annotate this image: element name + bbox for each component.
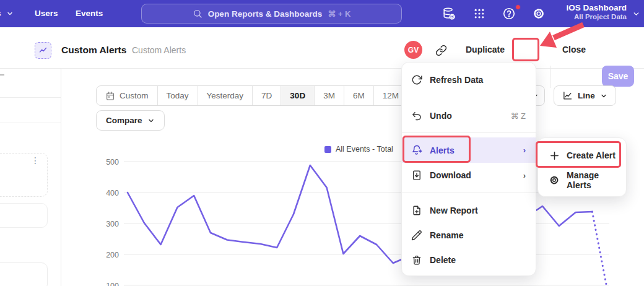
menu-item-label: Download bbox=[430, 170, 471, 180]
nav-item-truncated-label: s bbox=[0, 9, 1, 18]
download-icon bbox=[411, 169, 423, 181]
y-axis-tick-label: 100 bbox=[106, 282, 119, 286]
y-axis-tick-label: 300 bbox=[106, 220, 119, 228]
link-icon bbox=[435, 45, 447, 56]
submenu-chevron-icon: › bbox=[523, 171, 526, 180]
line-chart-icon bbox=[562, 90, 573, 101]
menu-item-label: Create Alert bbox=[567, 150, 616, 160]
date-range-3m[interactable]: 3M bbox=[315, 86, 344, 105]
project-subtitle: All Project Data bbox=[566, 13, 627, 20]
date-range-7d[interactable]: 7D bbox=[253, 86, 281, 105]
top-navbar: s Users Events Open Reports & Dashboards… bbox=[0, 0, 644, 27]
bell-plus-icon bbox=[411, 144, 423, 157]
context-menu: Refresh Data Data from 1 min ago Undo ⌘ … bbox=[401, 62, 536, 276]
menu-item-label: New Report bbox=[430, 206, 478, 215]
data-settings-icon[interactable] bbox=[442, 6, 456, 21]
nav-item-users[interactable]: Users bbox=[35, 9, 58, 18]
chevron-down-icon bbox=[600, 92, 607, 100]
compare-button[interactable]: Compare bbox=[96, 110, 165, 131]
search-shortcut: ⌘ + K bbox=[328, 9, 350, 19]
close-button[interactable]: Close bbox=[562, 45, 586, 54]
chart-line-dotted-projection bbox=[592, 212, 609, 286]
calendar-icon bbox=[105, 91, 115, 101]
menu-item-label: Alerts bbox=[430, 145, 455, 155]
y-axis-tick-label: 500 bbox=[106, 158, 119, 167]
report-type-icon bbox=[35, 42, 51, 59]
kebab-menu-icon[interactable]: ⋮ bbox=[31, 158, 40, 174]
project-selector[interactable]: iOS Dashboard All Project Data bbox=[566, 3, 627, 20]
menu-item-delete[interactable]: Delete bbox=[402, 248, 536, 272]
divider bbox=[550, 66, 551, 88]
trash-icon bbox=[411, 254, 423, 266]
menu-item-label: Refresh Data bbox=[430, 75, 483, 85]
legend-swatch bbox=[324, 146, 331, 153]
new-report-icon bbox=[411, 204, 423, 217]
copy-link-button[interactable] bbox=[433, 43, 448, 57]
project-title: iOS Dashboard bbox=[566, 3, 627, 12]
nav-item-truncated[interactable]: s bbox=[0, 9, 14, 18]
submenu-item-create-alert[interactable]: Create Alert bbox=[538, 143, 626, 168]
pencil-icon bbox=[411, 229, 423, 241]
notification-dot bbox=[515, 4, 521, 10]
menu-item-rename[interactable]: Rename bbox=[402, 223, 536, 248]
sidebar-card[interactable] bbox=[0, 203, 48, 228]
y-axis-tick-label: 400 bbox=[106, 189, 119, 197]
alerts-submenu: Create Alert Manage Alerts bbox=[537, 137, 627, 197]
sidebar-row-divider bbox=[0, 123, 61, 123]
menu-item-undo[interactable]: Undo ⌘ Z bbox=[402, 103, 536, 128]
nav-item-events[interactable]: Events bbox=[76, 9, 103, 18]
date-range-yesterday[interactable]: Yesterday bbox=[198, 86, 253, 105]
breadcrumb: Custom Alerts bbox=[132, 45, 186, 55]
menu-item-label: Rename bbox=[430, 230, 463, 240]
refresh-icon bbox=[411, 74, 423, 86]
date-range-custom[interactable]: Custom bbox=[97, 86, 158, 105]
legend-label: All Events - Total bbox=[336, 145, 393, 154]
page-title: Custom Alerts bbox=[61, 45, 126, 56]
apps-grid-icon[interactable] bbox=[472, 6, 487, 21]
sidebar-card[interactable] bbox=[0, 153, 48, 197]
submenu-chevron-icon: › bbox=[523, 145, 526, 155]
chevron-down-icon bbox=[147, 117, 155, 124]
menu-item-refresh-data[interactable]: Refresh Data bbox=[402, 67, 536, 92]
date-range-label: Custom bbox=[120, 91, 149, 100]
app-window: s Users Events Open Reports & Dashboards… bbox=[0, 0, 644, 286]
help-icon[interactable] bbox=[502, 6, 516, 21]
sidebar-divider bbox=[61, 69, 61, 286]
chart-type-label: Line bbox=[578, 91, 595, 100]
date-range-control: Custom Today Yesterday 7D 30D 3M 6M 12M bbox=[96, 85, 408, 106]
chart-type-button[interactable]: Line bbox=[554, 85, 616, 106]
gear-icon bbox=[548, 174, 560, 186]
avatar[interactable]: GV bbox=[404, 41, 422, 59]
undo-icon bbox=[411, 110, 423, 122]
report-header: Custom Alerts Custom Alerts GV Duplicate… bbox=[0, 27, 644, 69]
collapsed-sidebar-tick bbox=[0, 74, 4, 76]
sidebar-card[interactable] bbox=[0, 262, 48, 286]
chevron-down-icon bbox=[6, 10, 14, 17]
search-placeholder: Open Reports & Dashboards bbox=[208, 9, 323, 19]
sidebar-row-divider bbox=[0, 97, 61, 98]
save-button[interactable]: Save bbox=[602, 66, 634, 87]
search-icon bbox=[193, 9, 202, 19]
menu-item-label: Undo bbox=[430, 111, 452, 121]
menu-item-download[interactable]: Download › bbox=[402, 163, 536, 188]
menu-item-label: Manage Alerts bbox=[567, 170, 616, 190]
menu-item-alerts[interactable]: Alerts › bbox=[402, 137, 536, 163]
submenu-item-manage-alerts[interactable]: Manage Alerts bbox=[538, 168, 626, 193]
y-axis-tick-label: 200 bbox=[106, 251, 119, 259]
chevron-down-icon bbox=[632, 10, 640, 18]
plus-icon bbox=[548, 149, 560, 162]
undo-shortcut: ⌘ Z bbox=[510, 111, 526, 121]
chart-legend: All Events - Total bbox=[324, 145, 393, 154]
settings-gear-icon[interactable] bbox=[531, 6, 546, 21]
menu-item-label: Delete bbox=[430, 255, 456, 265]
menu-divider bbox=[402, 193, 536, 193]
compare-label: Compare bbox=[106, 116, 142, 125]
date-range-30d-selected[interactable]: 30D bbox=[281, 86, 315, 105]
date-range-6m[interactable]: 6M bbox=[344, 86, 374, 105]
date-range-today[interactable]: Today bbox=[158, 86, 198, 105]
menu-divider bbox=[402, 132, 536, 133]
duplicate-button[interactable]: Duplicate bbox=[466, 45, 505, 54]
menu-item-new-report[interactable]: New Report bbox=[402, 198, 536, 223]
search-input[interactable]: Open Reports & Dashboards ⌘ + K bbox=[141, 4, 402, 24]
